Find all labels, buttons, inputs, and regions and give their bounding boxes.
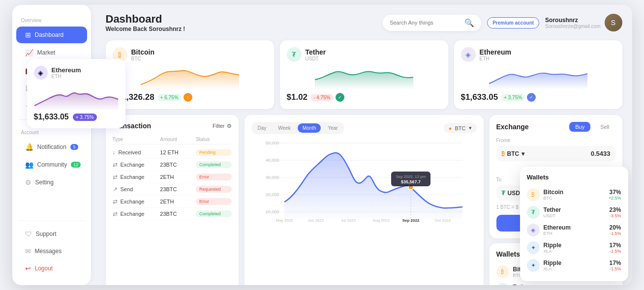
search-input[interactable] [390,20,460,26]
tether-symbol: USDT [306,56,326,61]
sidebar-label-setting: Setting [35,179,54,186]
overlay-btc-change: +2.5% [609,196,621,201]
sidebar-item-messages[interactable]: ✉ Messages [16,243,87,260]
bitcoin-name: Bitcoin [131,48,154,56]
status-badge-3: Requested [196,186,232,193]
overlay-usdt-stats: 23% -3.5% [609,206,621,218]
overlay-wallet-btc[interactable]: ₿ Bitcoin BTC 37% +2.5% [527,186,621,203]
overlay-usdt-symbol: USDT [544,213,606,218]
overlay-usdt-name: Tether [544,206,606,213]
user-name: Soroushnrz [545,17,600,24]
eth-price-row: $1,633.05 + 3.75% [34,113,119,121]
time-pill-year[interactable]: Year [323,123,342,133]
svg-text:20,000: 20,000 [266,192,279,197]
usdt-icon-small: ₮ [501,190,505,197]
from-currency-select[interactable]: ₿ BTC ▾ [501,150,525,157]
overlay-wallet-ripple2[interactable]: ✦ Ripple XLA 17% -1.5% [527,257,621,274]
app-container: Overview ⊞ Dashboard 📈 Market 💼 Portfoli… [12,5,632,285]
sidebar-label-notification: Notification [37,144,66,150]
exchange-title: Exchange [496,123,529,131]
chart-currency-selector[interactable]: ● BTC ▾ [444,123,477,133]
sidebar-item-community[interactable]: 👥 Community 12 [16,156,87,173]
ethereum-card-main[interactable]: ◈ Ethereum ETH [454,40,622,109]
avatar-initials: S [611,19,615,27]
overlay-wallet-usdt[interactable]: ₮ Tether USDT 23% -3.5% [527,203,621,221]
sidebar-label-messages: Messages [35,248,62,255]
chart-dropdown-icon: ▾ [469,125,472,131]
tether-card[interactable]: ₮ Tether USDT [280,40,448,109]
wallet-usdt-chart [534,284,615,285]
community-icon: 👥 [25,161,33,169]
sidebar-item-market[interactable]: 📈 Market [16,44,87,61]
from-label: Frome [496,138,615,143]
sidebar-label-market: Market [37,49,56,56]
table-row: ↓Received 12 ETH Pending [113,146,232,159]
col-status: Status [196,137,232,142]
overlay-eth-stats: 20% -1.5% [609,224,621,236]
search-icon: 🔍 [464,18,474,28]
overlay-usdt-change: -3.5% [609,213,621,218]
sell-tab[interactable]: Sell [594,122,615,132]
search-box[interactable]: 🔍 [383,15,481,31]
overlay-wallet-ripple1[interactable]: ✦ Ripple XLA 17% -1.5% [527,239,621,257]
overlay-ripple1-info: Ripple XLA [544,242,606,254]
account-label: Account [12,130,91,135]
time-pill-month[interactable]: Month [298,123,321,133]
table-row: ⇄Exchange 2ETH Error [113,196,232,208]
overlay-wallet-eth[interactable]: ◈ Ethereum ETH 20% -1.5% [527,221,621,239]
main-header: Dashboard Welcome Back Soroushnrz ! 🔍 Pr… [106,13,622,32]
overlay-usdt-icon: ₮ [527,206,540,219]
header-title-area: Dashboard Welcome Back Soroushnrz ! [106,13,185,32]
overlay-ripple1-percent: 17% [609,242,621,249]
svg-text:Oct 2022: Oct 2022 [434,218,451,223]
usdt-icon-circle: ₮ [287,47,302,62]
bitcoin-change-icon: ↑ [184,93,192,102]
overlay-ripple1-change: -1.5% [609,249,621,254]
bitcoin-info: Bitcoin BTC [131,48,154,61]
sidebar-item-logout[interactable]: ↩ Logout [16,260,87,277]
ethereum-change: + 3.75% [501,94,525,101]
sidebar-item-dashboard[interactable]: ⊞ Dashboard [16,27,87,43]
wallet-usdt-name: Tether [513,284,531,285]
overlay-ripple2-info: Ripple XLA [544,260,606,271]
sidebar-item-notification[interactable]: 🔔 Notification 5 [16,139,87,155]
overlay-ripple2-name: Ripple [544,260,606,266]
wallet-item-usdt[interactable]: ₮ Tether USDT [496,281,615,285]
eth-card-header: ◈ Ethereum ETH [34,66,119,80]
ethereum-symbol: ETH [480,56,512,61]
notification-badge: 5 [70,144,78,150]
premium-account-button[interactable]: Premium account [487,17,539,29]
username: Soroushnrz [149,26,182,32]
overlay-eth-change: -1.5% [609,231,621,236]
received-icon: ↓ [113,149,116,156]
eth-card-title: Ethereum [52,66,81,74]
overlay-btc-symbol: BTC [544,196,605,201]
time-pill-week[interactable]: Week [273,123,295,133]
time-pill-day[interactable]: Day [253,123,272,133]
overlay-ripple2-icon: ✦ [527,259,540,272]
svg-text:Sep 2022, 12 pm: Sep 2022, 12 pm [396,174,426,179]
tx-type-2: ⇄Exchange [113,174,160,180]
tx-type-label-5: Exchange [121,211,145,217]
ethereum-price-row: $1,633.05 + 3.75% ✓ [461,92,615,102]
ethereum-card: ◈ Ethereum ETH $1,633.05 + 3.75% [27,59,125,128]
svg-text:Aug 2022: Aug 2022 [372,218,390,223]
filter-button[interactable]: Filter ⚙ [213,123,231,129]
tx-amount-5: 23BTC [160,211,196,217]
overlay-ripple2-percent: 17% [609,260,621,266]
overlay-eth-percent: 20% [609,224,621,231]
sidebar-bottom: 🛡 Support ✉ Messages ↩ Logout [12,215,91,277]
buy-tab[interactable]: Buy [569,122,590,132]
wallet-usdt-icon: ₮ [496,283,509,285]
tx-type-label-3: Send [121,186,133,192]
notification-icon: 🔔 [25,143,33,151]
overlay-ripple1-stats: 17% -1.5% [609,242,621,254]
sidebar-item-support[interactable]: 🛡 Support [16,226,87,242]
bitcoin-symbol: BTC [131,56,154,61]
overlay-eth-name: Ethereum [544,224,606,231]
sidebar-item-setting[interactable]: ⚙ Setting [16,174,87,191]
from-input-row: ₿ BTC ▾ 0.5433 [496,146,615,161]
table-row: ↗Send 23BTC Requested [113,183,232,196]
bitcoin-card[interactable]: ₿ Bitcoin BTC [106,40,274,109]
overlay-eth-info: Ethereum ETH [544,224,606,236]
